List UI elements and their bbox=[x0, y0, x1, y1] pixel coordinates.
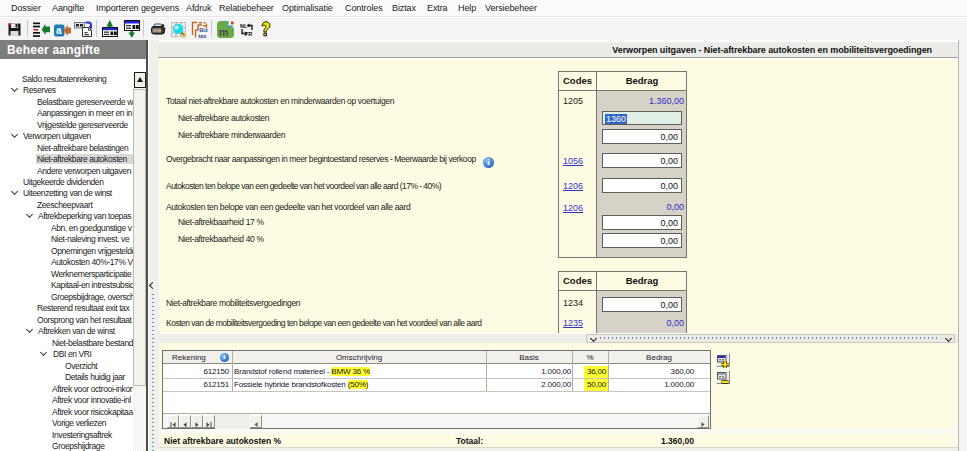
svg-text:NL: NL bbox=[240, 23, 248, 29]
svg-text:tax: tax bbox=[198, 33, 207, 38]
svg-text:m: m bbox=[219, 26, 229, 38]
